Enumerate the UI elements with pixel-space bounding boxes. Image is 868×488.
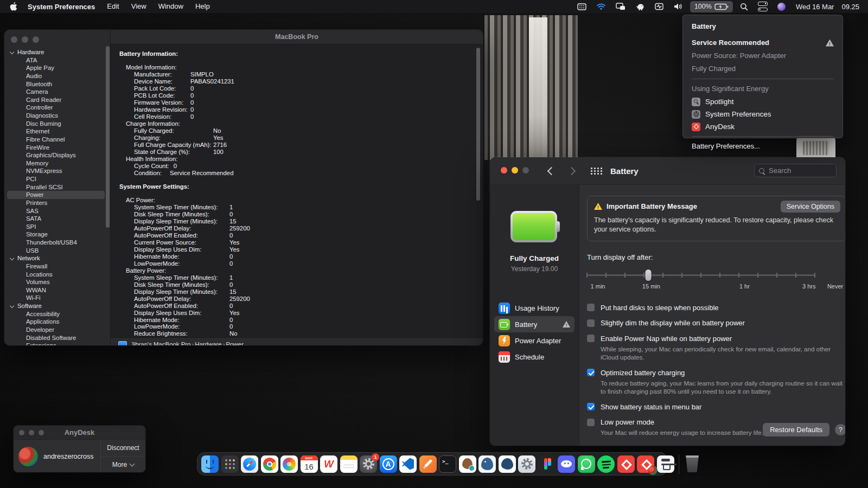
sidebar-item-memory[interactable]: Memory (4, 159, 110, 168)
checkbox[interactable] (587, 304, 595, 311)
sidebar-item-disc-burning[interactable]: Disc Burning (4, 120, 110, 128)
sidebar-item-usb[interactable]: USB (4, 247, 110, 255)
dock-icon-appstore[interactable]: A (380, 455, 397, 473)
content-scrollbar[interactable] (476, 48, 480, 201)
dock-icon-safari[interactable] (241, 455, 258, 473)
sidebar-item-firewire[interactable]: FireWire (4, 144, 110, 152)
dock-icon-launchpad[interactable] (221, 455, 239, 473)
checkbox[interactable] (587, 419, 595, 426)
minimize-button[interactable] (22, 36, 28, 43)
energy-app-anydesk[interactable]: AnyDesk (683, 120, 843, 133)
slider-handle[interactable] (645, 269, 651, 281)
sidebar-item-audio[interactable]: Audio (4, 72, 110, 80)
sidebar-item-wwan[interactable]: WWAN (4, 286, 110, 294)
spotlight-search-icon[interactable] (735, 0, 753, 13)
help-button[interactable]: ? (835, 424, 845, 435)
app-menu-title[interactable]: System Preferences (22, 3, 101, 11)
breadcrumb-item-jibran-s-macbook-pro[interactable]: Jibran's MacBook Pro (131, 341, 190, 345)
dock-icon-photos[interactable] (280, 455, 298, 473)
sidebar-item-nvmexpress[interactable]: NVMExpress (4, 167, 110, 175)
dock-icon-terminal[interactable]: >_ (439, 455, 456, 473)
battery-preferences-menu-item[interactable]: Battery Preferences... (683, 140, 843, 153)
dock-icon-anydesk-session[interactable] (637, 455, 654, 473)
sidebar-item-storage[interactable]: Storage (4, 230, 110, 239)
menu-bar-date[interactable]: Wed 16 Mar (796, 3, 834, 11)
checkbox[interactable] (587, 319, 595, 327)
search-input[interactable] (768, 166, 832, 175)
forward-button[interactable] (567, 166, 576, 175)
sidebar-item-applications[interactable]: Applications (4, 318, 110, 326)
activity-icon[interactable] (650, 0, 668, 13)
close-button[interactable] (11, 36, 17, 43)
checkbox-row-enable-power-nap-while-on-battery-power[interactable]: Enable Power Nap while on battery power (587, 335, 845, 343)
menu-bar-time[interactable]: 09.25 (841, 3, 859, 11)
breadcrumb-item-hardware[interactable]: Hardware (195, 341, 221, 345)
keyboard-icon[interactable] (572, 0, 591, 13)
prefs-nav-schedule[interactable]: Schedule (494, 349, 575, 365)
sidebar-item-apple-pay[interactable]: Apple Pay (4, 64, 110, 72)
dock-icon-pen[interactable] (419, 455, 437, 473)
dock-icon-whatsapp[interactable] (578, 455, 595, 473)
menu-window[interactable]: Window (152, 0, 189, 13)
prefs-nav-battery[interactable]: Battery! (494, 316, 575, 332)
back-button[interactable] (547, 166, 556, 175)
checkbox-checked[interactable] (587, 403, 595, 410)
dock-icon-keka[interactable] (657, 455, 674, 473)
sidebar-item-parallel-scsi[interactable]: Parallel SCSI (4, 183, 110, 191)
checkbox-row-put-hard-disks-to-sleep-when-possible[interactable]: Put hard disks to sleep when possible (587, 304, 845, 312)
dock-icon-calendar[interactable]: MAR16 (301, 455, 318, 473)
dock-icon-dbeaver[interactable] (459, 455, 476, 473)
sidebar-item-fibre-channel[interactable]: Fibre Channel (4, 136, 110, 144)
menu-help[interactable]: Help (189, 0, 216, 13)
sidebar-item-power[interactable]: Power (4, 191, 110, 199)
sidebar-item-developer[interactable]: Developer (4, 326, 110, 334)
sidebar-scrollbar[interactable] (106, 46, 110, 228)
dock-icon-vscode[interactable] (399, 455, 417, 473)
prefs-nav-power-adapter[interactable]: Power Adapter (494, 332, 575, 349)
search-field[interactable] (754, 164, 837, 177)
control-center-icon[interactable] (753, 0, 773, 13)
sidebar-item-printers[interactable]: Printers (4, 199, 110, 207)
dock-icon-pgadmin[interactable] (499, 455, 516, 473)
checkbox[interactable] (587, 335, 595, 342)
sidebar-item-hardware[interactable]: Hardware (4, 48, 110, 56)
sidebar-item-locations[interactable]: Locations (4, 271, 110, 279)
service-options-button[interactable]: Service Options (781, 201, 840, 213)
apple-menu-icon[interactable] (7, 2, 22, 11)
dock-icon-anydesk[interactable] (617, 455, 635, 473)
battery-menu-status-row[interactable]: Service Recommended ! (683, 36, 843, 49)
zoom-button[interactable] (33, 36, 39, 43)
dock-icon-postgres[interactable] (478, 455, 496, 473)
breadcrumb-item-power[interactable]: Power (226, 341, 243, 345)
energy-app-system-preferences[interactable]: System Preferences (683, 108, 843, 120)
sidebar-item-pci[interactable]: PCI (4, 175, 110, 183)
sidebar-item-diagnostics[interactable]: Diagnostics (4, 112, 110, 120)
checkbox-row-optimized-battery-charging[interactable]: Optimized battery charging (587, 369, 845, 377)
sidebar-item-sas[interactable]: SAS (4, 207, 110, 215)
menu-edit[interactable]: Edit (101, 0, 125, 13)
sidebar-item-card-reader[interactable]: Card Reader (4, 96, 110, 104)
sidebar-item-thunderbolt-usb4[interactable]: Thunderbolt/USB4 (4, 239, 110, 247)
volume-icon[interactable] (668, 0, 688, 13)
dock-icon-wps[interactable]: W (320, 455, 337, 473)
dock-icon-chrome[interactable] (261, 455, 278, 473)
dock-icon-finder[interactable] (201, 455, 219, 473)
checkbox-row-slightly-dim-the-display-while-on-battery-power[interactable]: Slightly dim the display while on batter… (587, 319, 845, 327)
sidebar-item-spi[interactable]: SPI (4, 223, 110, 231)
restore-defaults-button[interactable]: Restore Defaults (763, 423, 829, 436)
close-button[interactable] (501, 167, 507, 174)
sidebar-item-accessibility[interactable]: Accessibility (4, 310, 110, 318)
sidebar-item-controller[interactable]: Controller (4, 104, 110, 112)
prefs-nav-usage-history[interactable]: Usage History (494, 300, 575, 316)
sidebar-item-disabled-software[interactable]: Disabled Software (4, 334, 110, 342)
sidebar-item-volumes[interactable]: Volumes (4, 278, 110, 286)
dock-icon-spotify[interactable] (597, 455, 615, 473)
sidebar-item-extensions[interactable]: Extensions (4, 342, 110, 345)
display-off-slider[interactable] (587, 269, 815, 281)
minimize-button[interactable] (512, 167, 518, 174)
dock-icon-notes[interactable] (340, 455, 358, 473)
sidebar-item-network[interactable]: Network (4, 254, 110, 262)
menu-view[interactable]: View (125, 0, 152, 13)
sidebar-item-wi-fi[interactable]: Wi-Fi (4, 294, 110, 302)
dock-icon-gearapp[interactable] (518, 455, 535, 473)
